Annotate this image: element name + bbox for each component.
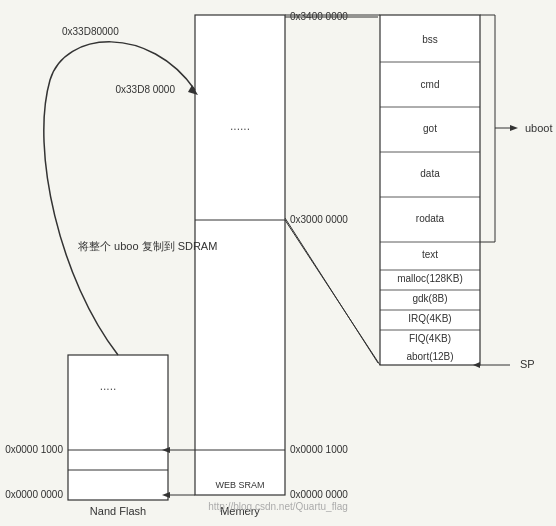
svg-text:.....: ..... [100, 379, 117, 393]
svg-text:FIQ(4KB): FIQ(4KB) [409, 333, 451, 344]
svg-rect-0 [68, 355, 168, 500]
svg-text:rodata: rodata [416, 213, 445, 224]
svg-text:0x3400 0000: 0x3400 0000 [290, 11, 348, 22]
svg-text:0x0000 1000: 0x0000 1000 [290, 444, 348, 455]
svg-text:将整个 uboo 复制到 SDRAM: 将整个 uboo 复制到 SDRAM [77, 240, 217, 252]
svg-text:SP: SP [520, 358, 535, 370]
svg-marker-24 [510, 125, 518, 131]
svg-text:0x33D80000: 0x33D80000 [62, 26, 119, 37]
svg-text:abort(12B): abort(12B) [406, 351, 453, 362]
svg-text:data: data [420, 168, 440, 179]
svg-rect-4 [195, 15, 285, 495]
svg-text:IRQ(4KB): IRQ(4KB) [408, 313, 451, 324]
svg-text:......: ...... [230, 119, 250, 133]
diagram-canvas: ..... ...... [0, 0, 556, 526]
svg-text:gdk(8B): gdk(8B) [412, 293, 447, 304]
svg-text:text: text [422, 249, 438, 260]
svg-text:got: got [423, 123, 437, 134]
svg-line-28 [285, 218, 378, 363]
svg-text:uboot: uboot [525, 122, 553, 134]
svg-text:http://blog.csdn.net/Quartu_fl: http://blog.csdn.net/Quartu_flag [208, 501, 348, 512]
svg-text:0x33D8 0000: 0x33D8 0000 [116, 84, 176, 95]
memory-map-svg: ..... ...... [0, 0, 556, 526]
svg-text:0x0000 0000: 0x0000 0000 [290, 489, 348, 500]
svg-text:Nand Flash: Nand Flash [90, 505, 146, 517]
svg-text:WEB SRAM: WEB SRAM [215, 480, 264, 490]
svg-text:0x0000 0000: 0x0000 0000 [5, 489, 63, 500]
svg-text:bss: bss [422, 34, 438, 45]
svg-text:malloc(128KB): malloc(128KB) [397, 273, 463, 284]
svg-text:0x3000 0000: 0x3000 0000 [290, 214, 348, 225]
svg-text:cmd: cmd [421, 79, 440, 90]
svg-text:0x0000 1000: 0x0000 1000 [5, 444, 63, 455]
